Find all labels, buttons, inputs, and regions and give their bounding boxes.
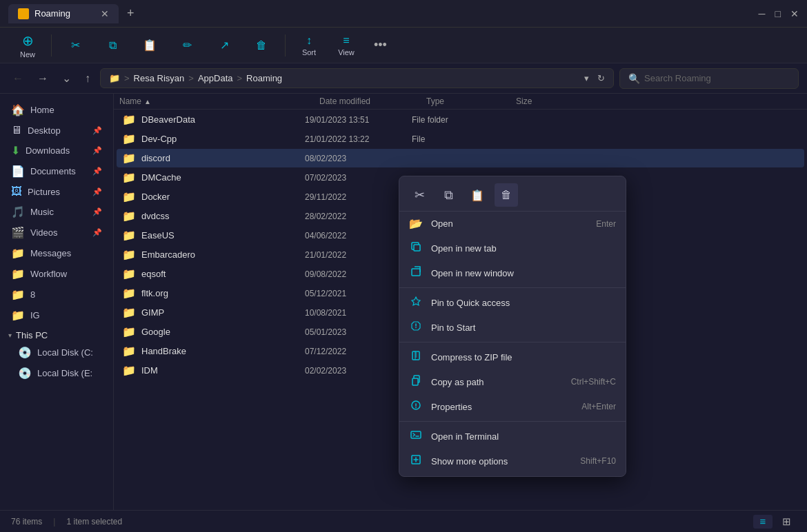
ig-icon: 📁 xyxy=(11,309,25,322)
sidebar-home-label: Home xyxy=(30,105,54,115)
ctx-paste-button[interactable]: 📋 xyxy=(466,183,489,207)
sidebar-documents-label: Documents xyxy=(30,166,76,176)
copy-icon: ⧉ xyxy=(109,39,117,52)
sidebar-item-ig[interactable]: 📁 IG xyxy=(3,305,110,325)
ctx-terminal-label: Open in Terminal xyxy=(431,431,499,442)
sidebar-item-local-e[interactable]: 💿 Local Disk (E: xyxy=(3,363,110,383)
refresh-button[interactable]: ↻ xyxy=(597,73,605,83)
window-controls: ─ □ ✕ xyxy=(759,8,799,19)
up-button[interactable]: ↑ xyxy=(81,70,94,88)
ctx-copy-button[interactable]: ⧉ xyxy=(437,183,460,207)
file-date: 21/01/2022 xyxy=(305,250,412,260)
sort-button[interactable]: ↕ Sort xyxy=(292,32,326,59)
disk-e-icon: 💿 xyxy=(18,367,32,380)
search-input[interactable] xyxy=(644,73,782,83)
sidebar-8-label: 8 xyxy=(30,289,35,300)
ctx-compress-item[interactable]: Compress to ZIP file xyxy=(399,345,626,369)
sidebar-item-8[interactable]: 📁 8 xyxy=(3,285,110,305)
ctx-pin-quick-item[interactable]: Pin to Quick access xyxy=(399,290,626,315)
table-row[interactable]: 📁 Dev-Cpp 21/01/2022 13:22 File xyxy=(117,130,804,148)
view-button[interactable]: ≡ View xyxy=(330,32,363,59)
paste-button[interactable]: 📋 xyxy=(133,36,166,54)
address-path[interactable]: 📁 > Resa Risyan > AppData > Roaming ▾ ↻ xyxy=(100,68,614,88)
sidebar-ig-label: IG xyxy=(30,310,40,320)
ctx-copy-path-item[interactable]: Copy as path Ctrl+Shift+C xyxy=(399,369,626,394)
ctx-open-new-window-item[interactable]: Open in new window xyxy=(399,260,626,285)
ctx-open-item[interactable]: 📂 Open Enter xyxy=(399,212,626,236)
file-date: 29/11/2022 xyxy=(305,192,412,202)
ctx-paste-icon: 📋 xyxy=(470,189,484,202)
tab-close-button[interactable]: ✕ xyxy=(101,8,109,19)
rename-icon: ✏ xyxy=(183,39,192,52)
ctx-delete-button[interactable]: Delete (Delete) 🗑 xyxy=(495,183,518,207)
sidebar-item-downloads[interactable]: ⬇ Downloads 📌 xyxy=(3,141,110,161)
table-row[interactable]: 📁 discord 08/02/2023 xyxy=(117,149,804,167)
sidebar-item-workflow[interactable]: 📁 Workflow xyxy=(3,264,110,284)
ctx-open-new-window-icon xyxy=(409,266,423,280)
ctx-open-new-tab-icon xyxy=(409,241,423,255)
folder-icon: 📁 xyxy=(122,325,136,338)
ctx-more-options-item[interactable]: Show more options Shift+F10 xyxy=(399,449,626,473)
search-box[interactable]: 🔍 xyxy=(619,68,799,89)
sidebar-item-desktop[interactable]: 🖥 Desktop 📌 xyxy=(3,121,110,140)
col-date-label[interactable]: Date modified xyxy=(319,96,426,106)
list-view-button[interactable]: ≡ xyxy=(753,515,773,529)
sidebar-item-documents[interactable]: 📄 Documents 📌 xyxy=(3,161,110,181)
sidebar-item-videos[interactable]: 🎬 Videos 📌 xyxy=(3,223,110,243)
ctx-copy-path-shortcut: Ctrl+Shift+C xyxy=(571,377,616,387)
rename-button[interactable]: ✏ xyxy=(170,36,203,54)
maximize-button[interactable]: □ xyxy=(775,8,781,19)
new-button[interactable]: ⊕ New xyxy=(11,30,44,61)
file-name: DBeaverData xyxy=(141,114,195,125)
this-pc-chevron: ▾ xyxy=(8,331,12,339)
file-date: 19/01/2023 13:51 xyxy=(305,115,412,125)
col-name-label[interactable]: Name xyxy=(119,96,141,106)
active-tab[interactable]: Roaming ✕ xyxy=(8,4,119,23)
delete-button[interactable]: 🗑 xyxy=(245,37,278,54)
more-options-button[interactable]: ••• xyxy=(367,34,394,57)
desktop-icon: 🖥 xyxy=(11,124,22,136)
ctx-pin-start-item[interactable]: Pin to Start xyxy=(399,315,626,340)
sidebar-item-pictures[interactable]: 🖼 Pictures 📌 xyxy=(3,182,110,201)
col-size-label[interactable]: Size xyxy=(516,96,571,106)
file-name: HandBrake xyxy=(141,346,186,356)
minimize-button[interactable]: ─ xyxy=(759,8,766,19)
ctx-terminal-item[interactable]: Open in Terminal xyxy=(399,424,626,449)
new-tab-button[interactable]: + xyxy=(127,6,134,21)
window-close-button[interactable]: ✕ xyxy=(790,8,799,19)
folder-8-icon: 📁 xyxy=(11,288,25,301)
sidebar-item-home[interactable]: 🏠 Home xyxy=(3,100,110,120)
share-button[interactable]: ↗ xyxy=(208,36,241,54)
copy-button[interactable]: ⧉ xyxy=(96,37,129,54)
recent-button[interactable]: ⌄ xyxy=(58,69,75,88)
back-button[interactable]: ← xyxy=(8,70,28,88)
this-pc-section[interactable]: ▾ This PC xyxy=(0,326,113,342)
file-date: 05/01/2023 xyxy=(305,327,412,337)
cut-button[interactable]: ✂ xyxy=(59,36,92,54)
file-name: EaseUS xyxy=(141,230,175,241)
ctx-cut-button[interactable]: ✂ xyxy=(408,183,431,207)
sidebar-item-messages[interactable]: 📁 Messages xyxy=(3,243,110,263)
table-row[interactable]: 📁 DBeaverData 19/01/2023 13:51 File fold… xyxy=(117,110,804,129)
ctx-properties-item[interactable]: Properties Alt+Enter xyxy=(399,394,626,419)
ctx-compress-icon xyxy=(409,350,423,364)
folder-icon: 📁 xyxy=(122,267,136,280)
folder-icon: 📁 xyxy=(122,287,136,300)
title-bar: Roaming ✕ + ─ □ ✕ xyxy=(0,0,807,28)
path-dropdown-button[interactable]: ▾ xyxy=(584,73,589,83)
paste-icon: 📋 xyxy=(143,39,157,52)
music-pin-icon: 📌 xyxy=(92,207,102,216)
disk-c-icon: 💿 xyxy=(18,346,32,359)
sidebar-item-local-c[interactable]: 💿 Local Disk (C: xyxy=(3,342,110,362)
folder-icon: 📁 xyxy=(122,345,136,358)
tab-label: Roaming xyxy=(34,8,70,19)
grid-view-button[interactable]: ⊞ xyxy=(777,515,796,529)
forward-button[interactable]: → xyxy=(33,70,52,88)
sidebar-item-music[interactable]: 🎵 Music 📌 xyxy=(3,202,110,222)
file-date: 07/02/2023 xyxy=(305,173,412,183)
col-type-label[interactable]: Type xyxy=(426,96,516,106)
sidebar: 🏠 Home 🖥 Desktop 📌 ⬇ Downloads 📌 📄 Docum… xyxy=(0,94,114,510)
ctx-open-new-tab-item[interactable]: Open in new tab xyxy=(399,236,626,260)
sidebar-local-c-label: Local Disk (C: xyxy=(37,347,93,358)
pin-icon: 📌 xyxy=(92,126,102,135)
